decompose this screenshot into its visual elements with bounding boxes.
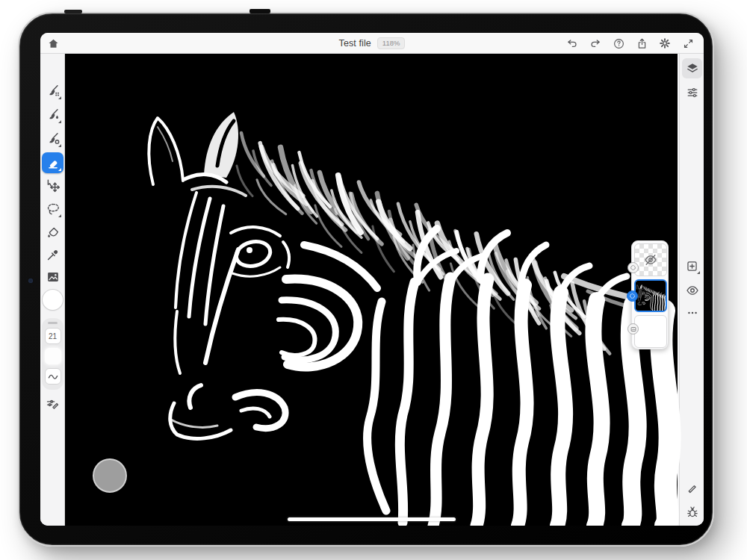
- flyout-indicator: [697, 271, 700, 274]
- bug-icon: [685, 505, 700, 520]
- share-button[interactable]: [632, 33, 651, 54]
- live-brush-tool[interactable]: [42, 105, 63, 125]
- brush-opacity-control[interactable]: [45, 348, 61, 364]
- help-button[interactable]: [609, 33, 628, 54]
- home-indicator[interactable]: [288, 517, 456, 521]
- layers-icon: [685, 61, 700, 76]
- front-camera: [28, 279, 33, 283]
- top-right-actions: [562, 33, 698, 54]
- layer-badge-reference[interactable]: [627, 262, 639, 273]
- layers-panel: [631, 240, 669, 349]
- fullscreen-button[interactable]: [678, 33, 698, 54]
- lasso-tool[interactable]: [42, 199, 63, 220]
- undo-icon: [565, 37, 579, 50]
- smoothing-control[interactable]: [45, 368, 61, 385]
- document-title: Test file: [339, 38, 371, 49]
- undo-button[interactable]: [562, 33, 582, 54]
- eraser-tool[interactable]: [42, 152, 63, 173]
- report-bug-button[interactable]: [682, 502, 702, 522]
- layer-thumbnail-zebra: [636, 281, 666, 311]
- more-dots-icon: [685, 305, 700, 320]
- wave-icon: [46, 370, 60, 383]
- eyedropper-tool[interactable]: [42, 244, 63, 265]
- dotted-ring-icon: [628, 292, 636, 300]
- flyout-indicator: [58, 168, 61, 171]
- image-mini-icon: [630, 326, 637, 333]
- settings-button[interactable]: [655, 33, 675, 54]
- color-swatch[interactable]: [43, 290, 63, 310]
- page: Test file 118%: [0, 0, 747, 560]
- left-toolbar: 21: [40, 54, 65, 526]
- pixel-brush-tool[interactable]: [42, 81, 63, 102]
- draw-aid-button[interactable]: [682, 477, 702, 497]
- flyout-indicator: [58, 120, 61, 123]
- layers-panel-button[interactable]: [682, 58, 702, 78]
- place-image-tool[interactable]: [42, 267, 63, 287]
- app-screen: Test file 118%: [40, 33, 704, 526]
- image-icon: [45, 269, 61, 285]
- dotted-ring-icon: [629, 264, 637, 272]
- drag-handle[interactable]: [48, 322, 58, 324]
- help-icon: [613, 37, 625, 50]
- fill-tool[interactable]: [42, 222, 63, 243]
- paint-bucket-icon: [45, 224, 61, 240]
- quick-controls-panel: 21: [42, 318, 63, 390]
- redo-button[interactable]: [586, 33, 605, 54]
- right-toolbar: [679, 54, 704, 526]
- properties-panel-button[interactable]: [682, 82, 702, 102]
- flyout-indicator: [58, 96, 61, 99]
- gear-icon: [658, 37, 672, 50]
- volume-button: [249, 9, 270, 13]
- eye-icon: [685, 283, 700, 298]
- pencil-icon: [685, 480, 700, 495]
- drawing-canvas[interactable]: [65, 54, 678, 526]
- brush-size-control[interactable]: 21: [45, 328, 61, 344]
- zebra-artwork: [65, 54, 678, 526]
- share-icon: [636, 37, 648, 50]
- move-tool[interactable]: [42, 175, 63, 196]
- vector-brush-tool[interactable]: [42, 128, 63, 149]
- eye-off-icon: [643, 252, 658, 267]
- power-button: [64, 10, 82, 13]
- tablet-device-frame: Test file 118%: [18, 12, 714, 547]
- eraser-cursor: [93, 458, 127, 493]
- layer-item-background[interactable]: [634, 315, 667, 348]
- layer-item-zebra-selected[interactable]: [634, 279, 667, 312]
- layer-badge-image[interactable]: [627, 323, 639, 335]
- add-layer-button[interactable]: [682, 256, 702, 276]
- more-options-button[interactable]: [682, 302, 702, 323]
- sliders-icon: [685, 85, 700, 100]
- layer-visibility-button[interactable]: [682, 280, 702, 300]
- brush-settings-icon: [45, 396, 61, 411]
- fullscreen-icon: [682, 37, 695, 50]
- layer-item-hidden[interactable]: [634, 243, 667, 276]
- brush-size-value: 21: [49, 332, 57, 340]
- eyedropper-icon: [45, 246, 61, 263]
- flyout-indicator: [58, 214, 61, 217]
- redo-icon: [589, 37, 602, 50]
- brush-settings-button[interactable]: [42, 393, 63, 414]
- flyout-indicator: [58, 144, 61, 147]
- move-icon: [45, 178, 61, 194]
- layer-badge-active[interactable]: [627, 290, 638, 302]
- top-toolbar: Test file 118%: [40, 33, 704, 54]
- zoom-level-badge[interactable]: 118%: [377, 37, 406, 49]
